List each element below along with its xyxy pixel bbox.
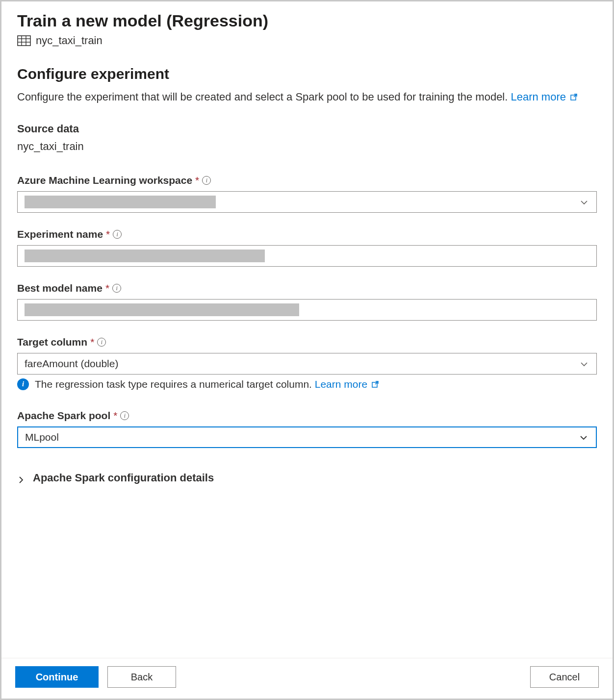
dataset-row: nyc_taxi_train: [17, 34, 597, 47]
svg-line-8: [375, 381, 378, 384]
external-link-icon: [570, 90, 578, 98]
field-workspace: Azure Machine Learning workspace * i: [17, 175, 597, 213]
target-column-value: fareAmount (double): [25, 358, 118, 370]
experiment-name-label: Experiment name * i: [17, 228, 597, 240]
svg-line-6: [574, 94, 577, 97]
back-button[interactable]: Back: [107, 666, 176, 688]
info-icon[interactable]: i: [202, 176, 211, 185]
svg-rect-0: [18, 36, 30, 46]
field-target-column: Target column * i fareAmount (double) i …: [17, 336, 597, 390]
target-column-hint: i The regression task type requires a nu…: [17, 378, 597, 390]
target-column-learn-more-link[interactable]: Learn more: [315, 378, 379, 390]
chevron-down-icon: [580, 359, 588, 368]
field-spark-pool: Apache Spark pool * i MLpool: [17, 410, 597, 448]
chevron-right-icon: [17, 474, 25, 482]
dataset-name: nyc_taxi_train: [36, 34, 102, 47]
workspace-dropdown[interactable]: [17, 191, 597, 213]
required-indicator: *: [105, 282, 109, 294]
experiment-name-input[interactable]: [17, 245, 597, 267]
source-data-label: Source data: [17, 123, 597, 135]
spark-pool-value: MLpool: [25, 431, 59, 443]
redacted-value: [25, 196, 216, 208]
dialog-footer: Continue Back Cancel: [1, 658, 613, 699]
section-heading: Configure experiment: [17, 66, 597, 82]
dialog-window: Train a new model (Regression) nyc_taxi_…: [0, 0, 614, 700]
source-data-value: nyc_taxi_train: [17, 140, 597, 153]
redacted-value: [25, 250, 265, 262]
spark-config-expander[interactable]: Apache Spark configuration details: [17, 472, 597, 484]
info-icon[interactable]: i: [97, 338, 106, 347]
required-indicator: *: [113, 410, 117, 422]
target-column-label: Target column * i: [17, 336, 597, 348]
field-experiment-name: Experiment name * i: [17, 228, 597, 267]
section-description: Configure the experiment that will be cr…: [17, 89, 597, 105]
info-solid-icon: i: [17, 378, 29, 390]
chevron-down-icon: [580, 198, 588, 206]
info-icon[interactable]: i: [112, 284, 121, 293]
external-link-icon: [371, 379, 379, 387]
info-icon[interactable]: i: [120, 411, 129, 420]
dialog-content: Train a new model (Regression) nyc_taxi_…: [1, 1, 613, 658]
table-icon: [17, 35, 31, 46]
learn-more-link[interactable]: Learn more: [511, 91, 578, 103]
page-title: Train a new model (Regression): [17, 11, 597, 30]
continue-button[interactable]: Continue: [15, 666, 99, 688]
chevron-down-icon: [579, 433, 588, 442]
workspace-label: Azure Machine Learning workspace * i: [17, 175, 597, 186]
best-model-name-input[interactable]: [17, 299, 597, 321]
field-best-model-name: Best model name * i: [17, 282, 597, 321]
required-indicator: *: [195, 175, 199, 186]
target-column-dropdown[interactable]: fareAmount (double): [17, 353, 597, 375]
required-indicator: *: [106, 228, 110, 240]
best-model-name-label: Best model name * i: [17, 282, 597, 294]
redacted-value: [25, 303, 299, 316]
spark-pool-label: Apache Spark pool * i: [17, 410, 597, 422]
required-indicator: *: [90, 336, 94, 348]
info-icon[interactable]: i: [113, 230, 122, 239]
spark-pool-dropdown[interactable]: MLpool: [17, 426, 597, 448]
cancel-button[interactable]: Cancel: [530, 666, 599, 688]
